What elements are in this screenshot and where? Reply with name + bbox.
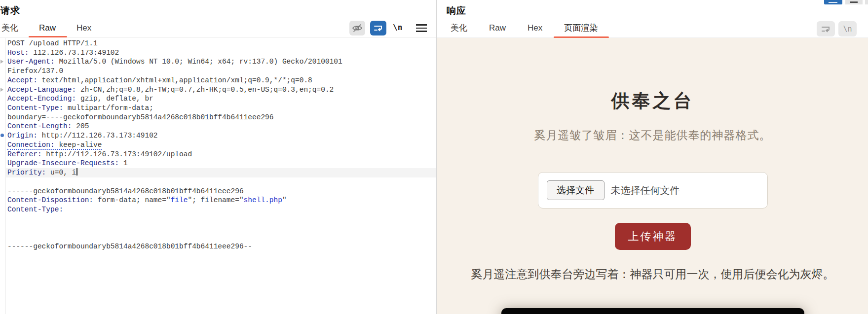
code-line[interactable]: Firefox/137.0 — [6, 67, 436, 76]
http-debug-tool: 请求 美化RawHex \n — [0, 0, 868, 314]
page-note: 奚月遥注意到供奉台旁边写着：神器只可用一次，使用后便会化为灰烬。 — [437, 267, 868, 282]
request-panel: 请求 美化RawHex \n — [0, 0, 437, 314]
tab-美化[interactable]: 美化 — [451, 22, 467, 34]
code-line[interactable]: Connection: keep-alive — [6, 140, 436, 150]
request-tabs: 美化RawHex — [1, 19, 91, 37]
code-line[interactable]: Content-Type: multipart/form-data; — [6, 104, 436, 113]
code-line[interactable]: Content-Type: — [6, 205, 436, 214]
rendered-page: 供奉之台 奚月遥皱了皱眉：这不是能供奉的神器格式。 选择文件 未选择任何文件 上… — [437, 38, 868, 314]
terminal-output-bar — [501, 308, 804, 314]
request-editor-code[interactable]: POST /upload HTTP/1.1Host: 112.126.73.17… — [6, 39, 436, 251]
word-wrap-icon-inactive[interactable] — [817, 21, 835, 36]
request-editor-gutter — [0, 38, 6, 314]
code-line[interactable] — [6, 214, 436, 224]
code-line[interactable]: Accept: text/html,application/xhtml+xml,… — [6, 76, 436, 85]
tab-Hex[interactable]: Hex — [76, 23, 91, 33]
word-wrap-icon[interactable] — [370, 21, 386, 35]
tab-美化[interactable]: 美化 — [1, 22, 18, 34]
code-line[interactable]: Content-Disposition: form-data; name="fi… — [6, 196, 436, 205]
choose-file-button[interactable]: 选择文件 — [547, 180, 604, 200]
page-subtitle: 奚月遥皱了皱眉：这不是能供奉的神器格式。 — [437, 128, 868, 143]
text-cursor-icon — [76, 168, 77, 175]
code-line[interactable]: Host: 112.126.73.173:49102 — [6, 48, 436, 58]
response-panel-title: 响应 — [447, 4, 466, 17]
newline-toggle[interactable]: \n — [393, 23, 402, 32]
newline-toggle-inactive[interactable]: \n — [838, 21, 857, 36]
code-line[interactable] — [6, 233, 436, 242]
response-tabs: 美化RawHex页面渲染 — [451, 19, 598, 37]
code-line[interactable] — [6, 223, 436, 233]
file-input-status: 未选择任何文件 — [611, 184, 680, 197]
code-line[interactable]: POST /upload HTTP/1.1 — [6, 39, 436, 48]
code-line[interactable]: Accept-Language: zh-CN,zh;q=0.8,zh-TW;q=… — [6, 85, 436, 95]
menu-icon[interactable] — [416, 24, 427, 32]
code-line[interactable]: Content-Length: 205 — [6, 122, 436, 131]
cut-off-blue-button[interactable] — [824, 0, 842, 4]
code-line[interactable]: Origin: http://112.126.73.173:49102 — [6, 131, 436, 140]
code-line[interactable]: Upgrade-Insecure-Requests: 1 — [6, 159, 436, 168]
response-panel: 响应 美化RawHex页面渲染 \n 供奉之台 奚月遥皱了皱眉：这不是能供奉的神… — [437, 0, 868, 314]
fold-marker-icon[interactable] — [0, 60, 3, 64]
code-line[interactable]: Referer: http://112.126.73.173:49102/upl… — [6, 150, 436, 159]
tab-页面渲染[interactable]: 页面渲染 — [564, 22, 598, 34]
tab-Raw[interactable]: Raw — [39, 23, 56, 33]
request-tab-bar: 美化RawHex \n — [0, 19, 436, 37]
code-line[interactable]: ------geckoformboundaryb5814a4268c018b01… — [6, 242, 436, 251]
cut-off-grey-button[interactable] — [845, 0, 863, 4]
page-title: 供奉之台 — [437, 89, 868, 113]
request-editor: POST /upload HTTP/1.1Host: 112.126.73.17… — [0, 38, 436, 314]
upload-button[interactable]: 上传神器 — [615, 223, 691, 250]
cut-off-grey-button-2[interactable] — [865, 0, 868, 4]
code-line[interactable]: Accept-Encoding: gzip, deflate, br — [6, 94, 436, 104]
request-panel-title: 请求 — [0, 4, 20, 17]
tab-Raw[interactable]: Raw — [489, 23, 506, 33]
eye-off-icon[interactable] — [349, 21, 365, 35]
fold-marker-icon[interactable] — [0, 88, 3, 92]
code-line[interactable] — [6, 177, 436, 187]
response-tab-bar: 美化RawHex页面渲染 \n — [437, 19, 868, 37]
code-line[interactable]: Priority: u=0, i — [6, 168, 436, 177]
code-line[interactable]: boundary=----geckoformboundaryb5814a4268… — [6, 113, 436, 122]
code-line[interactable]: ------geckoformboundaryb5814a4268c018b01… — [6, 187, 436, 196]
breakpoint-dot-icon[interactable] — [0, 134, 4, 137]
file-input[interactable]: 选择文件 未选择任何文件 — [538, 172, 768, 209]
code-line[interactable]: User-Agent: Mozilla/5.0 (Windows NT 10.0… — [6, 57, 436, 67]
tab-Hex[interactable]: Hex — [528, 23, 542, 33]
